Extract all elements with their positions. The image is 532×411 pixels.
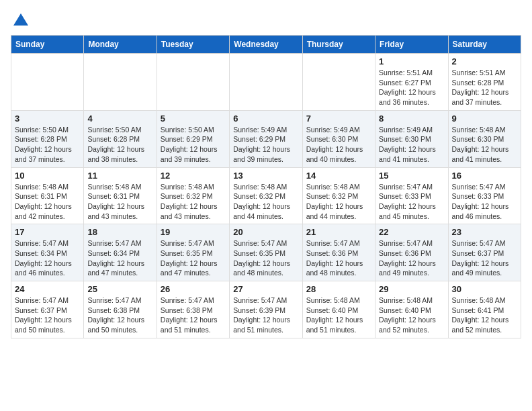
- week-row-5: 24Sunrise: 5:47 AM Sunset: 6:37 PM Dayli…: [11, 281, 521, 338]
- day-number: 11: [87, 171, 152, 181]
- day-cell: 21Sunrise: 5:47 AM Sunset: 6:36 PM Dayli…: [302, 224, 375, 281]
- day-number: 3: [15, 113, 80, 124]
- day-info: Sunrise: 5:48 AM Sunset: 6:40 PM Dayligh…: [379, 295, 444, 335]
- day-info: Sunrise: 5:49 AM Sunset: 6:30 PM Dayligh…: [379, 125, 444, 165]
- day-number: 1: [379, 56, 444, 66]
- day-info: Sunrise: 5:47 AM Sunset: 6:33 PM Dayligh…: [452, 182, 517, 222]
- day-number: 24: [15, 284, 80, 294]
- day-info: Sunrise: 5:49 AM Sunset: 6:30 PM Dayligh…: [306, 125, 371, 165]
- day-number: 19: [161, 227, 226, 237]
- day-info: Sunrise: 5:48 AM Sunset: 6:31 PM Dayligh…: [87, 182, 152, 222]
- week-row-3: 10Sunrise: 5:48 AM Sunset: 6:31 PM Dayli…: [11, 167, 521, 224]
- day-cell: [11, 54, 84, 111]
- day-cell: 2Sunrise: 5:51 AM Sunset: 6:28 PM Daylig…: [448, 54, 521, 111]
- day-number: 28: [306, 284, 371, 294]
- weekday-header-row: SundayMondayTuesdayWednesdayThursdayFrid…: [11, 36, 521, 54]
- day-cell: [230, 54, 302, 111]
- day-cell: 29Sunrise: 5:48 AM Sunset: 6:40 PM Dayli…: [375, 281, 448, 338]
- day-number: 22: [379, 227, 444, 237]
- day-number: 25: [87, 284, 152, 294]
- day-number: 13: [233, 171, 298, 181]
- weekday-header-saturday: Saturday: [448, 36, 521, 54]
- day-info: Sunrise: 5:47 AM Sunset: 6:34 PM Dayligh…: [15, 238, 80, 278]
- day-cell: 4Sunrise: 5:50 AM Sunset: 6:28 PM Daylig…: [84, 110, 157, 167]
- day-info: Sunrise: 5:47 AM Sunset: 6:38 PM Dayligh…: [87, 295, 152, 335]
- day-info: Sunrise: 5:47 AM Sunset: 6:37 PM Dayligh…: [452, 238, 517, 278]
- day-info: Sunrise: 5:47 AM Sunset: 6:35 PM Dayligh…: [161, 238, 226, 278]
- day-info: Sunrise: 5:48 AM Sunset: 6:32 PM Dayligh…: [233, 182, 298, 222]
- week-row-4: 17Sunrise: 5:47 AM Sunset: 6:34 PM Dayli…: [11, 224, 521, 281]
- day-cell: 28Sunrise: 5:48 AM Sunset: 6:40 PM Dayli…: [302, 281, 375, 338]
- header: [11, 11, 521, 30]
- day-info: Sunrise: 5:51 AM Sunset: 6:28 PM Dayligh…: [452, 68, 517, 107]
- day-cell: 9Sunrise: 5:48 AM Sunset: 6:30 PM Daylig…: [448, 110, 521, 167]
- day-cell: 19Sunrise: 5:47 AM Sunset: 6:35 PM Dayli…: [157, 224, 229, 281]
- weekday-header-thursday: Thursday: [302, 36, 375, 54]
- day-number: 14: [306, 171, 371, 181]
- day-info: Sunrise: 5:50 AM Sunset: 6:29 PM Dayligh…: [161, 125, 226, 165]
- day-cell: 8Sunrise: 5:49 AM Sunset: 6:30 PM Daylig…: [375, 110, 448, 167]
- day-info: Sunrise: 5:48 AM Sunset: 6:32 PM Dayligh…: [306, 182, 371, 222]
- weekday-header-monday: Monday: [84, 36, 157, 54]
- day-info: Sunrise: 5:47 AM Sunset: 6:37 PM Dayligh…: [15, 295, 80, 335]
- day-info: Sunrise: 5:50 AM Sunset: 6:28 PM Dayligh…: [15, 125, 80, 165]
- day-cell: 17Sunrise: 5:47 AM Sunset: 6:34 PM Dayli…: [11, 224, 84, 281]
- day-cell: 1Sunrise: 5:51 AM Sunset: 6:27 PM Daylig…: [375, 54, 448, 111]
- day-cell: 13Sunrise: 5:48 AM Sunset: 6:32 PM Dayli…: [230, 167, 302, 224]
- day-info: Sunrise: 5:50 AM Sunset: 6:28 PM Dayligh…: [87, 125, 152, 165]
- day-cell: 23Sunrise: 5:47 AM Sunset: 6:37 PM Dayli…: [448, 224, 521, 281]
- day-cell: 18Sunrise: 5:47 AM Sunset: 6:34 PM Dayli…: [84, 224, 157, 281]
- calendar-table: SundayMondayTuesdayWednesdayThursdayFrid…: [11, 35, 521, 338]
- week-row-2: 3Sunrise: 5:50 AM Sunset: 6:28 PM Daylig…: [11, 110, 521, 167]
- day-cell: 6Sunrise: 5:49 AM Sunset: 6:29 PM Daylig…: [230, 110, 302, 167]
- day-cell: 12Sunrise: 5:48 AM Sunset: 6:32 PM Dayli…: [157, 167, 229, 224]
- day-number: 9: [452, 113, 517, 124]
- day-cell: 30Sunrise: 5:48 AM Sunset: 6:41 PM Dayli…: [448, 281, 521, 338]
- day-cell: [157, 54, 229, 111]
- day-number: 18: [87, 227, 152, 237]
- day-number: 21: [306, 227, 371, 237]
- day-info: Sunrise: 5:47 AM Sunset: 6:35 PM Dayligh…: [233, 238, 298, 278]
- day-info: Sunrise: 5:51 AM Sunset: 6:27 PM Dayligh…: [379, 68, 444, 107]
- day-info: Sunrise: 5:49 AM Sunset: 6:29 PM Dayligh…: [233, 125, 298, 165]
- day-cell: 7Sunrise: 5:49 AM Sunset: 6:30 PM Daylig…: [302, 110, 375, 167]
- day-cell: 22Sunrise: 5:47 AM Sunset: 6:36 PM Dayli…: [375, 224, 448, 281]
- day-cell: 14Sunrise: 5:48 AM Sunset: 6:32 PM Dayli…: [302, 167, 375, 224]
- day-number: 15: [379, 171, 444, 181]
- day-number: 17: [15, 227, 80, 237]
- day-info: Sunrise: 5:47 AM Sunset: 6:38 PM Dayligh…: [161, 295, 226, 335]
- logo: [11, 11, 28, 30]
- day-cell: 20Sunrise: 5:47 AM Sunset: 6:35 PM Dayli…: [230, 224, 302, 281]
- day-info: Sunrise: 5:47 AM Sunset: 6:36 PM Dayligh…: [379, 238, 444, 278]
- day-info: Sunrise: 5:48 AM Sunset: 6:32 PM Dayligh…: [161, 182, 226, 222]
- day-info: Sunrise: 5:47 AM Sunset: 6:36 PM Dayligh…: [306, 238, 371, 278]
- day-cell: 26Sunrise: 5:47 AM Sunset: 6:38 PM Dayli…: [157, 281, 229, 338]
- day-cell: 15Sunrise: 5:47 AM Sunset: 6:33 PM Dayli…: [375, 167, 448, 224]
- day-info: Sunrise: 5:48 AM Sunset: 6:31 PM Dayligh…: [15, 182, 80, 222]
- day-cell: [302, 54, 375, 111]
- svg-marker-0: [13, 13, 28, 26]
- day-cell: 25Sunrise: 5:47 AM Sunset: 6:38 PM Dayli…: [84, 281, 157, 338]
- day-number: 30: [452, 284, 517, 294]
- day-number: 4: [87, 113, 152, 124]
- day-cell: 27Sunrise: 5:47 AM Sunset: 6:39 PM Dayli…: [230, 281, 302, 338]
- day-number: 10: [15, 171, 80, 181]
- day-info: Sunrise: 5:48 AM Sunset: 6:40 PM Dayligh…: [306, 295, 371, 335]
- day-number: 16: [452, 171, 517, 181]
- day-number: 5: [161, 113, 226, 124]
- day-number: 29: [379, 284, 444, 294]
- day-number: 8: [379, 113, 444, 124]
- day-number: 23: [452, 227, 517, 237]
- day-number: 20: [233, 227, 298, 237]
- day-cell: 16Sunrise: 5:47 AM Sunset: 6:33 PM Dayli…: [448, 167, 521, 224]
- day-info: Sunrise: 5:47 AM Sunset: 6:39 PM Dayligh…: [233, 295, 298, 335]
- weekday-header-friday: Friday: [375, 36, 448, 54]
- day-number: 7: [306, 113, 371, 124]
- day-info: Sunrise: 5:48 AM Sunset: 6:41 PM Dayligh…: [452, 295, 517, 335]
- weekday-header-sunday: Sunday: [11, 36, 84, 54]
- day-number: 12: [161, 171, 226, 181]
- day-info: Sunrise: 5:48 AM Sunset: 6:30 PM Dayligh…: [452, 125, 517, 165]
- day-number: 6: [233, 113, 298, 124]
- day-number: 26: [161, 284, 226, 294]
- weekday-header-wednesday: Wednesday: [230, 36, 302, 54]
